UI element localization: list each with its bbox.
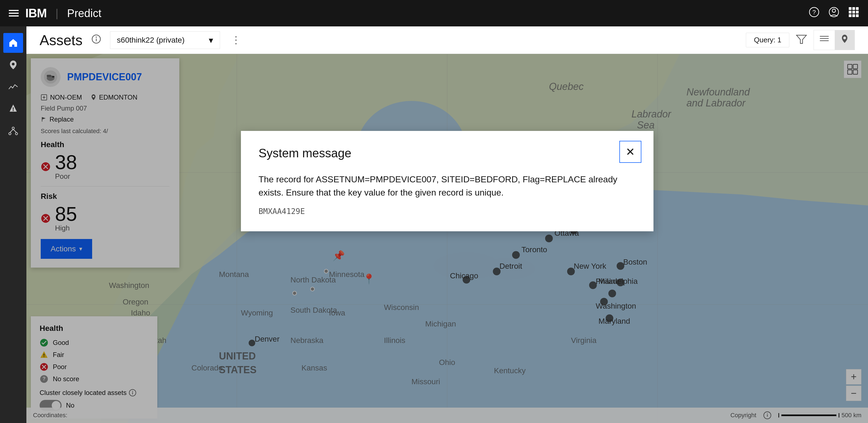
svg-rect-10 xyxy=(849,11,851,13)
filter-icon[interactable] xyxy=(796,34,807,46)
ibm-logo: IBM xyxy=(25,6,47,20)
svg-point-21 xyxy=(16,132,18,135)
hamburger-menu[interactable] xyxy=(9,8,19,18)
nav-divider: | xyxy=(56,7,58,20)
svg-line-23 xyxy=(13,129,17,132)
svg-rect-11 xyxy=(852,11,855,13)
modal-overlay: System message ✕ The record for ASSETNUM… xyxy=(26,54,868,423)
svg-point-26 xyxy=(96,37,97,38)
top-nav: IBM | Predict ? xyxy=(0,0,868,26)
svg-rect-0 xyxy=(9,10,19,11)
svg-rect-1 xyxy=(9,13,19,14)
svg-rect-8 xyxy=(852,7,855,10)
nav-icons: ? xyxy=(809,7,859,20)
workspace-dropdown[interactable]: s60think22 (private) ▾ xyxy=(110,31,220,49)
apps-icon[interactable] xyxy=(848,7,859,20)
sidebar-item-location[interactable] xyxy=(3,55,23,75)
workspace-label: s60think22 (private) xyxy=(117,36,185,44)
svg-point-20 xyxy=(9,132,11,135)
assets-header: Assets s60think22 (private) ▾ ⋮ Query: 1 xyxy=(26,26,868,54)
modal-title: System message xyxy=(258,146,351,160)
header-right: Query: 1 xyxy=(746,30,855,50)
sidebar-item-home[interactable] xyxy=(3,33,23,53)
help-icon[interactable]: ? xyxy=(809,7,819,20)
svg-marker-27 xyxy=(797,35,806,43)
svg-rect-9 xyxy=(856,7,859,10)
sidebar-item-monitor[interactable] xyxy=(3,77,23,97)
sidebar-item-hierarchy[interactable] xyxy=(3,121,23,141)
svg-rect-13 xyxy=(849,14,851,17)
svg-rect-2 xyxy=(9,16,19,17)
svg-rect-15 xyxy=(856,14,859,17)
svg-text:?: ? xyxy=(812,9,816,16)
user-icon[interactable] xyxy=(828,7,839,20)
view-toggle xyxy=(813,30,855,50)
svg-point-16 xyxy=(12,63,14,65)
map-view-button[interactable] xyxy=(835,30,855,50)
svg-point-6 xyxy=(832,9,836,12)
sidebar-item-alert[interactable] xyxy=(3,99,23,119)
svg-point-18 xyxy=(13,110,14,111)
svg-line-22 xyxy=(10,129,13,132)
system-message-modal: System message ✕ The record for ASSETNUM… xyxy=(241,131,653,231)
page-title: Assets xyxy=(40,32,83,49)
assets-info-icon[interactable] xyxy=(91,34,101,46)
main-content: Assets s60think22 (private) ▾ ⋮ Query: 1 xyxy=(26,26,868,423)
modal-header: System message ✕ xyxy=(258,146,636,163)
query-badge: Query: 1 xyxy=(746,33,789,47)
close-icon: ✕ xyxy=(626,146,635,158)
modal-error-code: BMXAA4129E xyxy=(258,207,636,216)
svg-rect-7 xyxy=(849,7,851,10)
modal-body: The record for ASSETNUM=PMPDEVICE007, SI… xyxy=(258,173,636,199)
sidebar xyxy=(0,26,26,423)
map-area[interactable]: Gulf of Alaska Labrador Sea Quebec Newfo… xyxy=(26,54,868,423)
more-options-icon[interactable]: ⋮ xyxy=(231,34,241,46)
product-name: Predict xyxy=(67,7,101,20)
svg-point-19 xyxy=(12,127,14,129)
svg-rect-12 xyxy=(856,11,859,13)
dropdown-chevron-icon: ▾ xyxy=(209,35,213,46)
list-view-button[interactable] xyxy=(814,30,835,50)
svg-rect-14 xyxy=(852,14,855,17)
svg-point-31 xyxy=(843,37,846,39)
svg-rect-17 xyxy=(13,107,14,110)
modal-close-button[interactable]: ✕ xyxy=(619,141,641,163)
